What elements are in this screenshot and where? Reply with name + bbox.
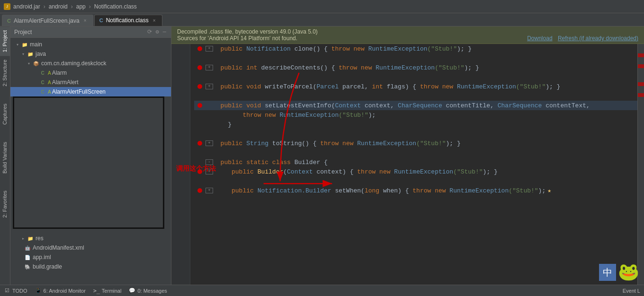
status-todo[interactable]: ☑ TODO — [4, 287, 27, 294]
tree-alarm[interactable]: C A Alarm — [10, 68, 171, 78]
tree-appiml[interactable]: 📄 app.iml — [10, 252, 171, 262]
kw-public-1: public — [221, 45, 247, 52]
info-bar-links: Download Refresh (if already downloaded) — [523, 35, 638, 42]
status-terminal[interactable]: >_ Terminal — [93, 287, 122, 294]
status-messages[interactable]: 💬 0: Messages — [129, 287, 167, 294]
scroll-marker-3 — [638, 82, 644, 86]
side-label-project[interactable]: 1: Project — [0, 26, 10, 56]
tree-res-folder-icon: 📁 — [27, 235, 34, 242]
tree-java[interactable]: ▾ 📁 java — [10, 49, 171, 59]
panel-title: Project — [14, 29, 146, 35]
fold-3[interactable]: + — [206, 84, 213, 89]
tree-gradle[interactable]: 🐘 build.gradle — [10, 262, 171, 271]
code-line-setlatest: public void setLatestEventInfo( Context … — [194, 101, 637, 110]
sync-icon[interactable]: ⟳ — [146, 27, 153, 36]
status-android-monitor[interactable]: 📱 6: Android Monitor — [35, 287, 86, 294]
line-num — [171, 157, 190, 167]
tree-alarm-icon: C — [39, 70, 46, 76]
tree-appiml-label: app.iml — [33, 254, 51, 261]
refresh-link[interactable]: Refresh (if already downloaded) — [558, 35, 638, 42]
code-line-setwhen: + public Notification.Builder setWhen( l… — [194, 186, 637, 195]
line-numbers — [171, 44, 190, 285]
tab-notification[interactable]: C Notification.class × — [94, 15, 162, 26]
title-part-3: app — [76, 3, 86, 10]
fold-5[interactable]: + — [206, 140, 213, 146]
collapse-icon[interactable]: — — [162, 28, 167, 36]
title-part-2: android — [49, 3, 68, 10]
fold-2[interactable]: + — [206, 65, 213, 70]
status-messages-label: 0: Messages — [137, 288, 167, 294]
info-bar-line1: Decompiled .class file, bytecode version… — [177, 28, 638, 35]
line-num — [171, 110, 190, 120]
line-num — [171, 148, 190, 157]
tree-java-folder-icon: 📁 — [27, 51, 34, 57]
download-link[interactable]: Download — [527, 35, 552, 42]
fold-1[interactable]: + — [206, 46, 213, 52]
tree-alarmalert-android-icon: A — [48, 80, 51, 85]
tree-main[interactable]: ▾ 📁 main — [10, 40, 171, 49]
star-icon: ★ — [547, 187, 551, 194]
scroll-marker-4 — [638, 93, 644, 97]
scroll-marker-1 — [638, 53, 644, 57]
line-num — [171, 139, 190, 148]
title-part-1: android.jar — [13, 3, 40, 10]
code-line-empty-6 — [194, 176, 637, 186]
tree-alarm-label: Alarm — [52, 70, 67, 76]
jar-icon: J — [4, 3, 10, 10]
right-gutter — [637, 44, 644, 285]
code-line-tostring: + public String toString() { throw new R… — [194, 139, 637, 148]
tree-alarmalert-label: AlarmAlert — [52, 79, 79, 86]
line-num — [171, 186, 190, 195]
fold-7[interactable]: + — [206, 169, 213, 174]
side-label-build[interactable]: Build Variants — [0, 138, 10, 177]
code-line-empty-1 — [194, 53, 637, 63]
tree-alarmalert[interactable]: C A AlarmAlert — [10, 78, 171, 87]
tree-package-icon: 📦 — [32, 60, 40, 67]
panel-actions: ⟳ ⚙ — — [146, 27, 167, 36]
tree-res[interactable]: ▸ 📁 res — [10, 234, 171, 243]
tree-manifest-arrow — [20, 244, 24, 251]
fold-8[interactable]: + — [206, 188, 213, 193]
panel-header: Project ⟳ ⚙ — — [10, 26, 171, 38]
side-label-structure[interactable]: 2: Structure — [0, 56, 10, 90]
tree-manifest[interactable]: 🤖 AndroidManifest.xml — [10, 243, 171, 252]
breadcrumb-sep-2: › — [71, 3, 73, 10]
tree-package[interactable]: ▾ 📦 com.cn.daming.deskclock — [10, 59, 171, 68]
line-num — [171, 72, 190, 82]
side-label-favorites[interactable]: 2: Favorites — [0, 187, 10, 221]
tab-alarm[interactable]: C AlarmAlertFullScreen.java × — [2, 15, 93, 26]
status-right: Event L — [623, 288, 640, 294]
tree-java-arrow: ▾ — [20, 51, 27, 57]
tree-appiml-icon: 📄 — [24, 254, 31, 261]
status-android-monitor-label: 6: Android Monitor — [44, 288, 86, 294]
code-area[interactable]: + public Notification clone() { throw ne… — [171, 44, 637, 285]
code-area-wrapper: 调用这个方法 — [171, 44, 644, 285]
tree-gradle-icon: 🐘 — [24, 263, 31, 270]
tab-alarm-close[interactable]: × — [82, 18, 88, 24]
tree-alarm-android-icon: A — [48, 70, 51, 76]
tree-gradle-label: build.gradle — [33, 263, 62, 270]
tree-package-label: com.cn.daming.deskclock — [41, 60, 106, 67]
side-label-captures[interactable]: Captures — [0, 100, 10, 129]
breakpoint-7 — [197, 188, 202, 193]
code-editor: Decompiled .class file, bytecode version… — [171, 26, 644, 285]
tree-alarm-arrow — [35, 70, 39, 76]
status-todo-label: TODO — [12, 288, 27, 294]
messages-icon: 💬 — [129, 287, 135, 294]
tree-gradle-arrow — [20, 263, 24, 270]
title-bar: J android.jar › android › app › Notifica… — [0, 0, 644, 13]
line-num — [171, 195, 190, 205]
code-line-throw-1: throw new RuntimeException ("Stub!" ); — [194, 110, 637, 120]
fold-6[interactable]: - — [206, 159, 213, 165]
line-num — [171, 53, 190, 63]
tree-alarmfullscreen-label: AlarmAlertFullScreen — [52, 88, 106, 95]
tree-package-arrow: ▾ — [26, 60, 32, 67]
breakpoint-2 — [197, 65, 202, 70]
code-line-3: + public void writeToParcel( Parcel parc… — [194, 82, 637, 91]
settings-icon[interactable]: ⚙ — [155, 27, 160, 36]
code-line-empty-3 — [194, 91, 637, 101]
breadcrumb-sep-3: › — [89, 3, 91, 10]
tree-alarmalert-icon: C — [39, 79, 46, 86]
tree-alarmfullscreen[interactable]: C A AlarmAlertFullScreen — [10, 87, 171, 96]
tab-notification-close[interactable]: × — [152, 17, 157, 23]
